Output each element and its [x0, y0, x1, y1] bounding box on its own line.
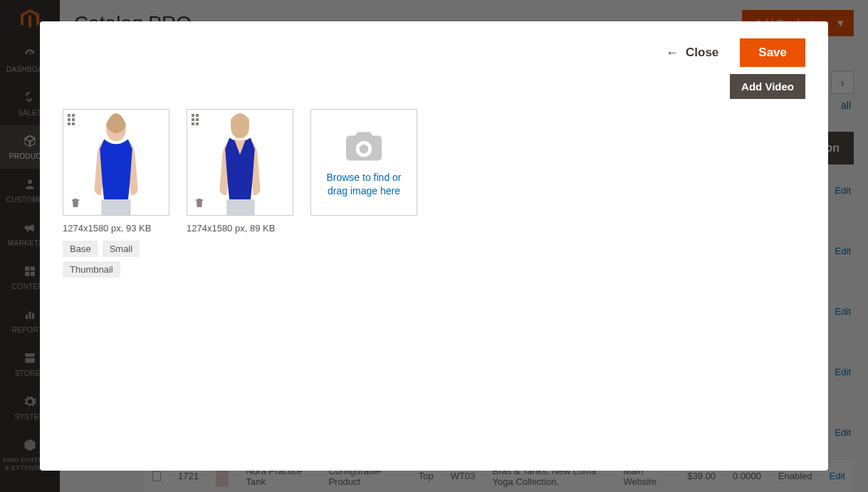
svg-rect-13 — [226, 199, 254, 215]
delete-image-icon[interactable] — [192, 195, 207, 211]
add-video-button[interactable]: Add Video — [730, 74, 805, 99]
image-gallery-modal: ← Close Save Add Video — [40, 21, 828, 471]
role-tag: Small — [103, 241, 140, 257]
gallery-image[interactable]: 1274x1580 px, 93 KB Base Small Thumbnail — [63, 109, 169, 278]
image-gallery: 1274x1580 px, 93 KB Base Small Thumbnail — [63, 109, 805, 278]
gallery-image[interactable]: 1274x1580 px, 89 KB — [187, 109, 293, 234]
close-button[interactable]: ← Close — [662, 45, 723, 61]
upload-text: Browse to find or drag image here — [318, 171, 409, 198]
camera-icon — [342, 127, 386, 162]
image-meta: 1274x1580 px, 93 KB — [63, 223, 169, 234]
role-tag: Base — [63, 241, 98, 257]
arrow-left-icon: ← — [666, 46, 679, 59]
drag-handle-icon[interactable] — [68, 114, 75, 125]
role-tag: Thumbnail — [63, 261, 120, 278]
image-meta: 1274x1580 px, 89 KB — [187, 223, 293, 234]
delete-image-icon[interactable] — [68, 195, 83, 211]
svg-rect-10 — [101, 199, 130, 215]
upload-dropzone[interactable]: Browse to find or drag image here — [310, 109, 417, 216]
save-button[interactable]: Save — [740, 38, 805, 67]
drag-handle-icon[interactable] — [192, 114, 199, 125]
image-role-tags: Base Small Thumbnail — [63, 241, 169, 278]
